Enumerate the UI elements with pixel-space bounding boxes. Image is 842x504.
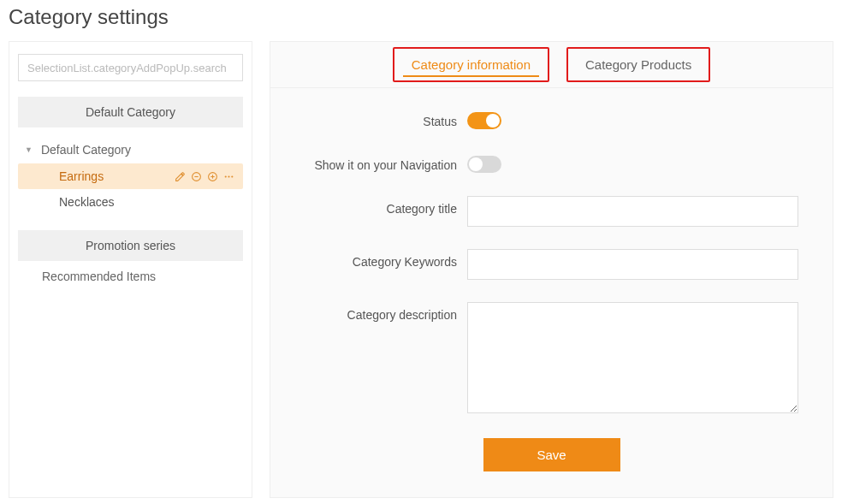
caret-down-icon: ▼ [25,145,33,154]
tree-root-label: Default Category [41,143,131,157]
tab-category-information[interactable]: Category information [393,47,549,82]
page-title: Category settings [9,5,833,29]
tabs: Category information Category Products [270,42,833,88]
label-category-title: Category title [305,196,467,227]
category-form: Status Show it on your Navigation [270,88,833,471]
save-button[interactable]: Save [483,438,620,471]
show-nav-toggle[interactable] [467,156,501,173]
tree-item-label: Earrings [59,169,104,183]
label-status: Status [305,109,467,130]
category-sidebar: Default Category ▼ Default Category Earr… [9,41,252,498]
label-show-nav: Show it on your Navigation [305,152,467,174]
label-category-description: Category description [305,302,467,416]
tree-item-necklaces[interactable]: Necklaces [18,189,243,215]
status-toggle[interactable] [467,112,501,129]
tab-category-products[interactable]: Category Products [566,47,710,82]
toggle-knob [486,114,500,127]
category-description-textarea[interactable] [467,302,798,413]
sidebar-section-promotion-series[interactable]: Promotion series [18,230,243,261]
svg-point-6 [228,175,229,177]
category-search-input[interactable] [18,54,243,81]
plus-circle-icon[interactable] [207,171,218,182]
toggle-knob [469,157,483,171]
sidebar-section-default-category[interactable]: Default Category [18,97,243,127]
minus-circle-icon[interactable] [191,171,202,182]
sidebar-item-recommended[interactable]: Recommended Items [18,261,243,292]
svg-point-7 [231,175,233,177]
edit-icon[interactable] [175,171,186,182]
tree-root-default-category[interactable]: ▼ Default Category [18,138,243,162]
category-tree: ▼ Default Category Earrings [18,138,243,215]
category-keywords-input[interactable] [467,249,798,280]
category-title-input[interactable] [467,196,798,227]
svg-point-5 [225,175,227,177]
label-category-keywords: Category Keywords [305,249,467,280]
category-main-panel: Category information Category Products S… [270,41,833,498]
tree-item-earrings[interactable]: Earrings [18,163,243,189]
tree-item-label: Necklaces [59,195,115,209]
more-icon[interactable] [223,171,234,182]
